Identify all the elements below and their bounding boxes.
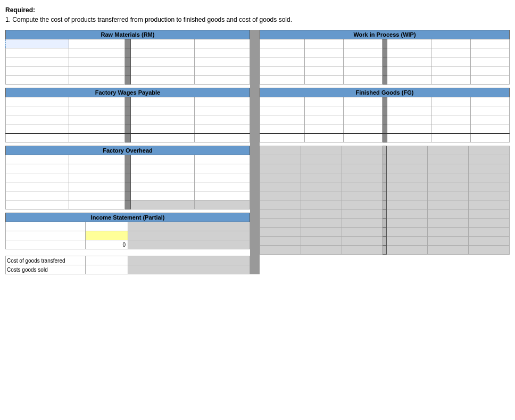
table-row <box>6 200 250 209</box>
table-row <box>260 48 510 57</box>
table-row <box>260 182 510 191</box>
income-account: Income Statement (Partial) 0 <box>5 213 250 249</box>
table-row <box>260 228 510 237</box>
table-row <box>260 97 510 106</box>
table-row <box>260 75 510 85</box>
table-row <box>260 164 510 173</box>
table-row <box>260 66 510 75</box>
costs-goods-sold-row: Costs goods sold <box>6 265 250 274</box>
table-row <box>6 191 250 200</box>
fwp-header: Factory Wages Payable <box>6 88 250 97</box>
fwp-account: Factory Wages Payable <box>5 88 250 142</box>
table-row <box>260 106 510 115</box>
cost-transferred-row: Cost of goods transfered <box>6 256 250 265</box>
costs-goods-sold-label: Costs goods sold <box>6 265 86 274</box>
table-row <box>6 39 250 48</box>
table-row <box>260 155 510 164</box>
wip-account: Work in Process (WIP) <box>260 30 510 85</box>
table-row <box>6 115 250 124</box>
table-row <box>6 155 250 164</box>
table-row <box>6 133 250 142</box>
table-row <box>260 219 510 228</box>
left-column: Raw Materials (RM) <box>5 30 250 274</box>
cost-rows: Cost of goods transfered Costs goods sol… <box>5 256 250 274</box>
table-row <box>260 200 510 209</box>
table-row <box>260 57 510 66</box>
table-row <box>6 66 250 75</box>
header-section: Required: 1. Compute the cost of product… <box>5 5 510 24</box>
table-row <box>6 182 250 191</box>
table-row <box>260 124 510 133</box>
table-row <box>6 164 250 173</box>
column-separator <box>250 30 260 274</box>
table-row <box>260 39 510 48</box>
right-column: Work in Process (WIP) <box>260 30 510 274</box>
table-row <box>6 173 250 182</box>
instruction-text: 1. Compute the cost of products transfer… <box>5 16 292 23</box>
table-row <box>260 146 510 155</box>
table-row <box>6 106 250 115</box>
wip-header: Work in Process (WIP) <box>260 30 510 39</box>
income-row: 0 <box>6 240 250 249</box>
table-row <box>6 57 250 66</box>
table-row <box>260 115 510 124</box>
rm-header: Raw Materials (RM) <box>6 30 250 39</box>
income-row <box>6 231 250 240</box>
table-row <box>260 173 510 182</box>
table-row <box>6 97 250 106</box>
income-row <box>6 222 250 231</box>
rm-account: Raw Materials (RM) <box>5 30 250 85</box>
table-row <box>260 133 510 142</box>
table-row <box>6 124 250 133</box>
fo-header: Factory Overhead <box>6 146 250 155</box>
cost-transferred-label: Cost of goods transfered <box>6 256 86 265</box>
table-row <box>6 48 250 57</box>
right-gray-area <box>260 146 510 255</box>
table-row <box>260 209 510 219</box>
table-row <box>260 237 510 246</box>
table-row <box>6 75 250 85</box>
fo-account: Factory Overhead <box>5 146 250 209</box>
table-row <box>260 246 510 255</box>
required-label: Required: <box>5 6 35 14</box>
fg-account: Finished Goods (FG) <box>260 88 510 142</box>
fg-header: Finished Goods (FG) <box>260 88 510 97</box>
table-row <box>260 191 510 200</box>
income-header: Income Statement (Partial) <box>6 213 250 222</box>
main-layout: Raw Materials (RM) <box>5 30 510 274</box>
